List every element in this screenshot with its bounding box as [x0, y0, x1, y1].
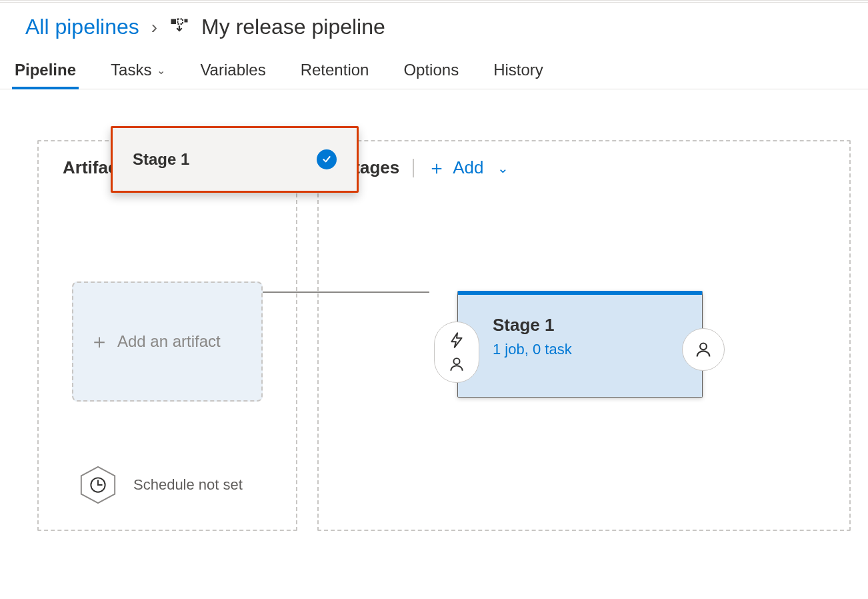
svg-rect-0	[171, 19, 177, 24]
pipeline-icon	[169, 17, 189, 37]
chevron-right-icon: ›	[151, 17, 157, 38]
stage-card[interactable]: Stage 1 1 job, 0 task	[457, 291, 703, 398]
add-artifact-text: Add an artifact	[117, 332, 221, 352]
chevron-down-icon: ⌄	[157, 64, 165, 77]
tab-history[interactable]: History	[491, 51, 546, 89]
tab-pipeline[interactable]: Pipeline	[12, 51, 79, 89]
schedule-text: Schedule not set	[133, 476, 243, 494]
plus-icon: ＋	[427, 159, 446, 177]
tasks-dropdown-label: Stage 1	[133, 150, 189, 169]
svg-point-6	[700, 343, 707, 350]
tab-variables[interactable]: Variables	[197, 51, 268, 89]
schedule-button[interactable]: Schedule not set	[77, 464, 243, 506]
stage-post-approver-button[interactable]	[682, 328, 725, 371]
page-title: My release pipeline	[201, 15, 385, 39]
tabs: Pipeline Tasks ⌄ Variables Retention Opt…	[0, 51, 868, 89]
panel-stages: Stages ＋ Add ⌄ Stage	[317, 140, 851, 531]
add-artifact-card[interactable]: ＋ Add an artifact	[72, 281, 263, 402]
svg-rect-2	[185, 19, 188, 22]
lightning-icon	[448, 332, 465, 349]
check-circle-icon	[317, 149, 337, 169]
tab-retention[interactable]: Retention	[298, 51, 372, 89]
stage-detail-link[interactable]: 1 job, 0 task	[493, 341, 572, 358]
plus-icon: ＋	[89, 328, 109, 356]
divider	[413, 159, 414, 177]
stage-name: Stage 1	[493, 315, 572, 336]
add-stage-button[interactable]: ＋ Add ⌄	[427, 157, 508, 178]
chevron-down-icon: ⌄	[497, 160, 509, 176]
svg-rect-1	[178, 19, 183, 24]
stage-pre-conditions-button[interactable]	[434, 322, 479, 383]
tab-tasks-label: Tasks	[111, 61, 151, 79]
panel-artifacts: Artifacts ＋ Add ＋ Add an artifact	[37, 140, 297, 531]
tab-tasks[interactable]: Tasks ⌄	[108, 51, 168, 89]
add-stage-label: Add	[453, 157, 483, 178]
hexagon-clock-icon	[77, 464, 119, 506]
tab-options[interactable]: Options	[401, 51, 461, 89]
tasks-dropdown-item-stage1[interactable]: Stage 1	[111, 126, 359, 193]
breadcrumb: All pipelines › My release pipeline	[0, 3, 868, 51]
person-icon	[448, 356, 465, 373]
svg-point-5	[453, 358, 459, 364]
person-icon	[694, 340, 713, 359]
breadcrumb-all-pipelines[interactable]: All pipelines	[25, 15, 139, 39]
